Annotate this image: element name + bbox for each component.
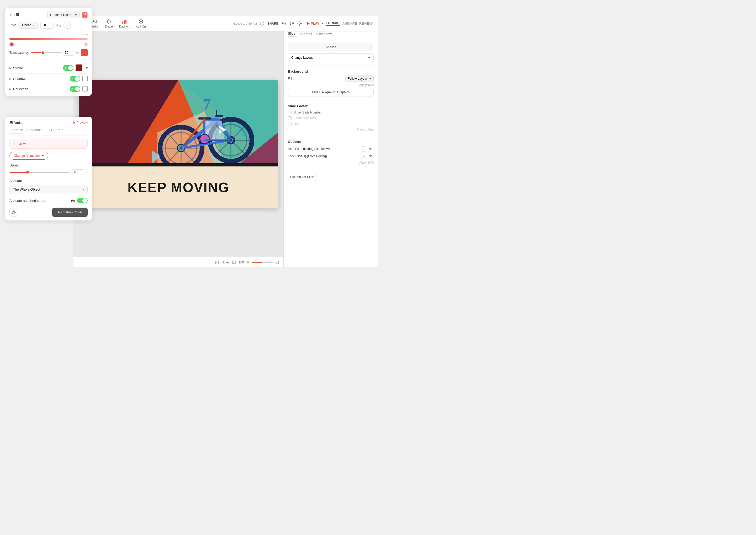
fill-section: ▼ Fill Gradient Colors Style Linear deg [5,8,92,60]
tab-path[interactable]: Path [56,128,64,133]
stroke-toggle[interactable]: II [63,65,74,71]
reflection-square-icon[interactable] [82,86,88,92]
svg-rect-60 [233,261,236,264]
hide-bg-graphics-button[interactable]: Hide Background Graphics [288,88,374,97]
play-label: PLAY [311,21,319,25]
hide-bg-label: Hide Background Graphics [312,91,349,94]
play-button[interactable]: PLAY [307,21,323,25]
slide-tab-slideshow[interactable]: Slideshow [316,32,332,36]
toolbar-shape[interactable]: Shape [105,19,113,28]
layout-section-header: Title slide [288,43,374,51]
show-slide-number-checkbox[interactable] [288,111,291,114]
apply-all-link[interactable]: Apply to All [288,83,374,87]
stroke-chevron-icon[interactable]: ▶ [10,67,12,70]
toolbar-addon[interactable]: Add-On [136,19,146,28]
effects-panel: Effects Preview Entrance Emphasis Exit P… [5,117,92,220]
share-button[interactable]: SHARE [267,22,278,25]
redo-icon[interactable] [289,21,294,26]
make-to-size-button[interactable]: Make to Size [357,128,374,131]
shadow-toggle[interactable]: II [70,76,80,81]
preview-button[interactable]: Preview [74,121,88,125]
dial-icon[interactable] [64,21,71,29]
edit-master-slide-button[interactable]: Edit Master Slide [288,173,317,181]
tab-exit[interactable]: Exit [46,128,52,133]
zoom-unit: % [246,261,249,264]
follow-layout-select[interactable]: Follow Layout [345,75,374,82]
options-apply-all-link[interactable]: Apply to All [288,161,374,164]
settings-icon[interactable] [297,21,302,26]
zoom-slider[interactable] [252,262,273,263]
stroke-color-swatch[interactable] [76,65,82,71]
animate-select[interactable]: The Whole Object [10,185,88,194]
hide-slide-row: Hide Slide (During Slideshow) + No [288,146,374,152]
review-tab[interactable]: REVIEW [359,21,373,25]
style-value: Linear [22,23,31,27]
animation-num: 1 [14,142,15,146]
gradient-stop-left[interactable] [10,42,14,47]
tab-emphasis[interactable]: Emphasis [27,128,42,133]
animate-section-label: Animate [10,179,88,183]
deg-label: deg [56,24,61,27]
style-select[interactable]: Linear [19,22,38,29]
settings-button[interactable] [10,208,18,216]
follow-layout-label: Follow Layout [348,77,367,80]
gradient-stop-right[interactable] [84,42,88,46]
format-tab[interactable]: FORMAT [326,21,340,26]
gradient-minus-btn[interactable]: - [86,32,88,37]
svg-rect-55 [79,163,278,166]
fill-type-chevron-icon [75,14,77,16]
change-layout-button[interactable]: Change Layout [288,53,374,62]
zoom-out-icon[interactable] [276,261,279,264]
fill-type-dropdown[interactable]: Gradient Colors [47,12,80,18]
duration-input[interactable] [72,169,84,175]
duration-track[interactable] [10,172,70,173]
animate-tab[interactable]: ANIMATE [342,21,357,25]
reflection-chevron-icon[interactable]: ▶ [10,88,12,91]
slide-tab-slide[interactable]: Slide [288,31,295,37]
fill-chevron-icon[interactable]: ▼ [10,14,12,16]
svg-text:i: i [262,22,262,25]
tab-entrance[interactable]: Entrance [10,128,23,133]
fill-title: ▼ Fill [10,13,19,17]
lock-slides-row: Lock Slide(s) (From Editing) + No [288,154,374,159]
title-slide-box: Title slide [288,43,372,51]
gradient-plus-btn[interactable]: + [82,32,84,37]
hide-slide-plus-btn[interactable]: + [361,146,366,152]
lock-slides-plus-btn[interactable]: + [361,154,366,159]
hide-slide-value: No [367,147,374,151]
change-animation-chevron-icon [42,155,44,156]
change-layout-chevron-icon [368,57,370,58]
change-animation-button[interactable]: Change Animation [10,152,48,160]
shadow-square-icon[interactable] [82,76,88,81]
bg-fill-row: Fill Follow Layout [288,75,374,82]
date-checkbox[interactable] [288,122,291,126]
transparency-input[interactable] [63,50,74,56]
duration-thumb[interactable] [26,170,29,174]
shadow-chevron-icon[interactable]: ▶ [10,77,12,80]
notes-icon[interactable] [215,261,219,264]
degree-input[interactable] [41,22,53,29]
footer-message-checkbox[interactable] [288,116,291,120]
svg-rect-9 [125,20,127,24]
transparency-thumb[interactable] [41,51,45,55]
make-to-size-label: Make to Size [357,128,374,131]
fill-color-swatch[interactable] [82,12,88,18]
duplicate-icon[interactable] [232,261,236,264]
reflection-toggle-left: ▶ Reflection [10,87,28,91]
animation-order-label: Animation Order [57,210,82,214]
attached-shape-toggle[interactable] [77,198,88,203]
notes-label[interactable]: Notes [222,261,229,264]
animate-value: The Whole Object [13,187,40,191]
animation-item: 1 Draw [10,139,88,149]
undo-icon[interactable] [282,21,286,26]
toolbar-data-art[interactable]: Data Art [119,19,130,28]
slide-container[interactable]: 7 [79,80,278,209]
svg-text:7: 7 [203,96,211,112]
svg-rect-56 [215,261,219,264]
date-label: Date [294,122,300,126]
transparency-color-box[interactable] [81,49,88,56]
reflection-toggle[interactable]: II [70,86,80,92]
transparency-track[interactable] [31,52,61,53]
animation-order-button[interactable]: Animation Order [52,208,88,217]
slide-tab-themes[interactable]: Themes [300,32,312,36]
